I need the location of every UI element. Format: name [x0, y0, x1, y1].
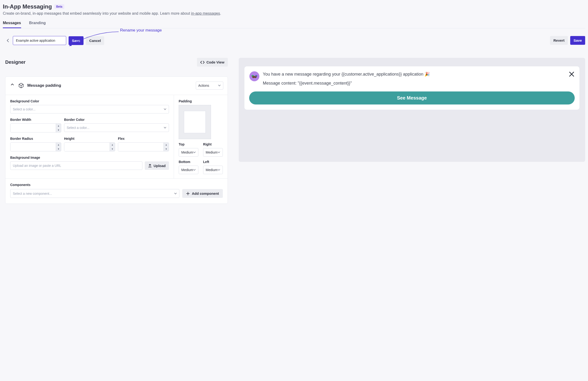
- cancel-name-button[interactable]: Cancel: [86, 36, 104, 45]
- panel-title: Message padding: [27, 83, 61, 88]
- step-up[interactable]: ▲: [56, 124, 61, 128]
- add-component-button[interactable]: Add component: [182, 189, 223, 198]
- close-icon[interactable]: [568, 71, 575, 77]
- message-card: You have a new message regarding your {{…: [244, 66, 579, 110]
- message-name-input[interactable]: [13, 36, 66, 45]
- bg-color-label: Background Color: [10, 99, 169, 103]
- border-color-select[interactable]: Select a color...: [64, 123, 169, 132]
- collapse-toggle[interactable]: [11, 83, 15, 88]
- panel-actions-select[interactable]: Actions: [196, 81, 223, 90]
- pad-bottom-label: Bottom: [179, 160, 198, 164]
- save-name-button[interactable]: Save: [69, 36, 84, 45]
- padding-preview: [179, 105, 211, 139]
- save-button[interactable]: Save: [570, 36, 585, 45]
- step-down[interactable]: ▼: [56, 128, 61, 132]
- flex-label: Flex: [118, 137, 169, 140]
- tab-branding[interactable]: Branding: [29, 19, 46, 28]
- chevron-down-icon: [174, 193, 177, 194]
- component-select[interactable]: Select a new component...: [10, 189, 179, 198]
- border-color-label: Border Color: [64, 118, 169, 122]
- chevron-down-icon: [193, 152, 196, 153]
- bg-image-input[interactable]: [10, 161, 142, 170]
- chevron-down-icon: [218, 169, 220, 171]
- upload-icon: [148, 164, 152, 168]
- components-label: Components: [10, 183, 223, 187]
- box-icon: [18, 83, 24, 88]
- handshake-icon: [249, 71, 260, 81]
- pad-right-select[interactable]: Medium: [203, 148, 223, 157]
- upload-button[interactable]: Upload: [145, 161, 169, 170]
- inapp-messages-link[interactable]: in-app messages: [191, 11, 220, 15]
- pad-bottom-select[interactable]: Medium: [179, 166, 198, 174]
- code-view-button[interactable]: Code View: [197, 58, 228, 67]
- tab-messages[interactable]: Messages: [3, 19, 21, 28]
- message-padding-panel: Message padding Actions Background Color…: [5, 76, 228, 204]
- preview-line1: You have a new message regarding your {{…: [263, 71, 565, 77]
- height-stepper[interactable]: ▲▼: [64, 142, 115, 152]
- padding-label: Padding: [179, 99, 223, 103]
- pad-right-label: Right: [203, 142, 223, 146]
- border-radius-stepper[interactable]: ▲▼: [10, 142, 61, 152]
- chevron-down-icon: [218, 152, 220, 153]
- pad-left-select[interactable]: Medium: [203, 166, 223, 174]
- see-message-button[interactable]: See Message: [249, 92, 575, 104]
- bg-color-select[interactable]: Select a color...: [10, 105, 169, 114]
- border-radius-label: Border Radius: [10, 137, 61, 140]
- chevron-down-icon: [164, 127, 166, 129]
- height-label: Height: [64, 137, 115, 140]
- designer-title: Designer: [5, 59, 26, 65]
- preview-line2: Message content: "{{event.message_conten…: [263, 80, 565, 86]
- pad-top-label: Top: [179, 142, 198, 146]
- border-width-stepper[interactable]: ▲▼: [10, 123, 61, 133]
- pad-top-select[interactable]: Medium: [179, 148, 198, 157]
- code-icon: [200, 61, 205, 64]
- bg-image-label: Background Image: [10, 156, 169, 159]
- back-button[interactable]: [5, 38, 10, 43]
- message-preview-area: You have a new message regarding your {{…: [239, 58, 585, 162]
- plus-icon: [186, 192, 190, 195]
- chevron-down-icon: [218, 85, 221, 86]
- page-title: In-App Messaging: [3, 3, 52, 10]
- revert-button[interactable]: Revert: [550, 36, 568, 45]
- chevron-down-icon: [164, 108, 166, 110]
- pad-left-label: Left: [203, 160, 223, 164]
- flex-stepper[interactable]: ▲▼: [118, 142, 169, 152]
- chevron-down-icon: [193, 169, 196, 171]
- beta-badge: Beta: [54, 4, 64, 9]
- page-subtitle: Create on-brand, in-app messages that em…: [3, 11, 585, 16]
- border-width-label: Border Width: [10, 118, 61, 122]
